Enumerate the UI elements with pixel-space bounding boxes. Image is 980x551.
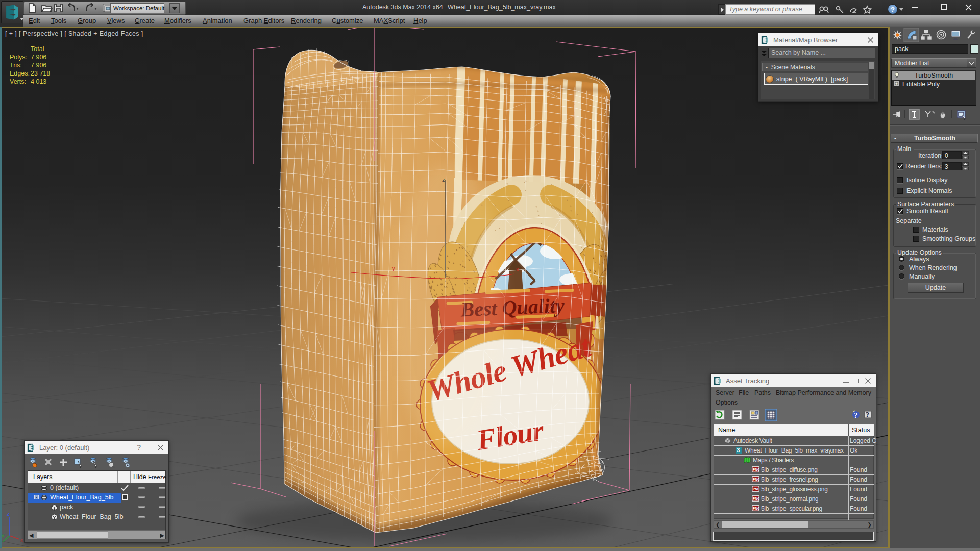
svg-text:z: z [442, 177, 445, 183]
svg-text:?: ? [866, 411, 869, 419]
svg-text:y: y [392, 265, 395, 271]
svg-text:PNG: PNG [753, 478, 760, 481]
svg-text:PNG: PNG [753, 468, 760, 471]
svg-text:x: x [20, 537, 23, 543]
svg-text:3: 3 [737, 447, 740, 453]
svg-text:PNG: PNG [753, 507, 760, 510]
svg-text:x: x [516, 266, 519, 272]
svg-text:y: y [2, 532, 5, 538]
svg-text:?: ? [854, 411, 858, 419]
svg-text:PNG: PNG [753, 487, 760, 491]
svg-text:z: z [7, 511, 10, 517]
svg-text:PNG: PNG [753, 497, 760, 500]
